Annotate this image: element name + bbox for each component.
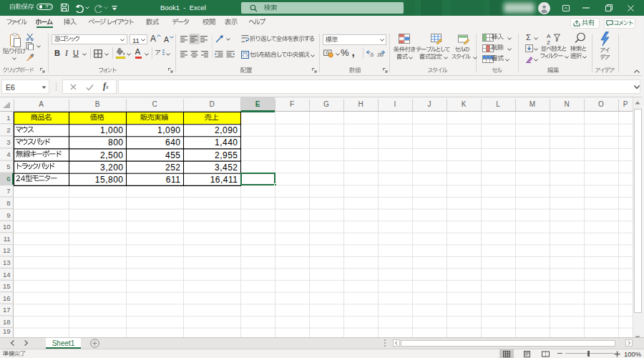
- svg-text:Z: Z: [547, 39, 550, 45]
- svg-text:.00: .00: [376, 52, 384, 57]
- svg-text:.0: .0: [369, 52, 374, 57]
- svg-text:A: A: [547, 33, 551, 39]
